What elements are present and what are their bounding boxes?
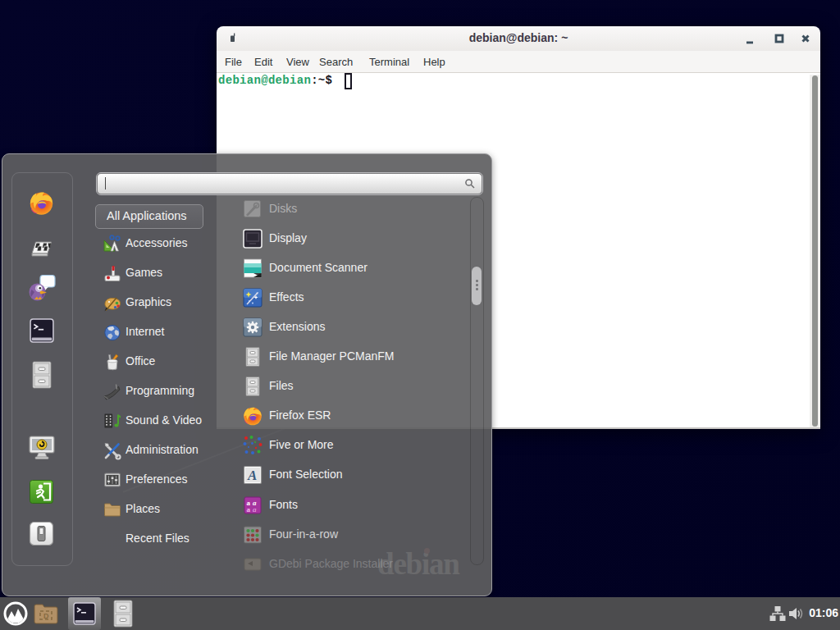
svg-text:D: D (43, 612, 49, 620)
svg-text:a: a (247, 505, 251, 514)
svg-text:a: a (253, 505, 257, 514)
svg-text:A: A (247, 468, 257, 483)
